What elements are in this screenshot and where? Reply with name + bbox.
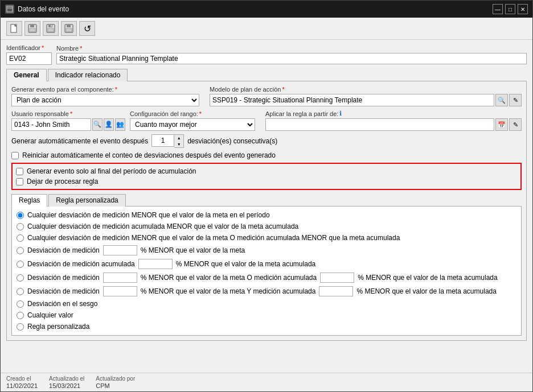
stop-process-label: Dejar de procesar regla (27, 178, 98, 185)
rule-radio-2[interactable] (17, 223, 24, 230)
rule-row-7: Desviación de medición % MENOR que el va… (17, 286, 516, 296)
responsible-user-button[interactable]: 👤 (104, 118, 114, 131)
rule-row-6: Desviación de medición % MENOR que el va… (17, 273, 516, 283)
minimize-button[interactable]: — (493, 4, 503, 14)
name-required: * (80, 45, 82, 52)
responsible-input[interactable] (11, 118, 91, 131)
app-icon (5, 5, 14, 14)
tab-related-indicator[interactable]: Indicador relacionado (48, 69, 128, 81)
svg-rect-8 (48, 28, 54, 32)
updated-field: Actualizado el 15/03/2021 (49, 376, 84, 389)
gen-period-row: Generar evento solo al final del período… (16, 167, 517, 175)
title-bar: Datos del evento — □ ✕ (1, 1, 532, 18)
rule-row-8: Desviación en el sesgo (17, 300, 516, 308)
auto-gen-row: Generar automáticamente el evento despué… (11, 134, 522, 148)
maximize-button[interactable]: □ (505, 4, 515, 14)
action-model-input[interactable] (210, 94, 494, 106)
reinit-checkbox[interactable] (11, 152, 19, 159)
svg-rect-0 (7, 6, 13, 12)
tab-general[interactable]: General (6, 69, 47, 81)
main-tabs-container: General Indicador relacionado Generar ev… (6, 68, 527, 341)
action-model-search-button[interactable]: 🔍 (495, 94, 508, 106)
title-bar-left: Datos del evento (5, 5, 69, 14)
rule-row-3: Cualquier desviación de medición MENOR q… (17, 234, 516, 242)
rule-label-7b: % MENOR que el valor de la meta Y medici… (141, 287, 316, 295)
tab-rules[interactable]: Reglas (11, 194, 47, 207)
rule-radio-9[interactable] (17, 312, 24, 319)
refresh-button[interactable]: ↺ (79, 21, 95, 36)
spin-container: ▲ ▼ (151, 134, 184, 148)
auto-gen-input[interactable] (151, 134, 174, 147)
name-input[interactable] (56, 53, 527, 64)
responsible-label: Usuario responsable * (11, 110, 125, 117)
rule-7-input2[interactable] (319, 286, 353, 296)
rule-4-input[interactable] (103, 245, 137, 255)
rule-radio-6[interactable] (17, 274, 24, 282)
updated-by-value: CPM (96, 382, 135, 389)
responsible-search-button[interactable]: 🔍 (92, 118, 102, 131)
apply-rule-info-icon[interactable]: ℹ (339, 110, 342, 117)
component-model-row: Generar evento para el componente: * Pla… (11, 86, 522, 106)
range-required: * (199, 110, 202, 117)
id-required: * (42, 44, 44, 51)
rule-label-8: Desviación en el sesgo (27, 300, 97, 308)
action-model-required: * (282, 86, 284, 93)
rule-label-4a: Desviación de medición (27, 246, 100, 254)
responsible-required: * (70, 110, 72, 117)
component-field-group: Generar evento para el componente: * Pla… (11, 86, 205, 106)
close-button[interactable]: ✕ (518, 4, 528, 14)
rule-label-5b: % MENOR que el valor de la meta acumulad… (176, 260, 315, 268)
svg-rect-9 (51, 25, 52, 27)
component-label: Generar evento para el componente: * (11, 86, 205, 93)
rule-radio-7[interactable] (17, 288, 24, 295)
tab-custom-rule[interactable]: Regla personalizada (48, 194, 125, 207)
action-model-edit-button[interactable]: ✎ (509, 94, 522, 106)
spin-down-button[interactable]: ▼ (174, 141, 183, 147)
action-model-input-group: 🔍 ✎ (210, 94, 522, 106)
rule-radio-8[interactable] (17, 300, 24, 308)
id-input[interactable] (6, 52, 52, 65)
range-config-field-group: Configuración del rango: * Cuanto mayor … (130, 110, 261, 131)
apply-rule-label: Aplicar la regla a partir de: ℹ (265, 110, 522, 117)
rule-6-input1[interactable] (103, 273, 137, 283)
svg-rect-5 (30, 28, 35, 32)
rule-radio-1[interactable] (17, 212, 24, 219)
toolbar: ↺ (1, 18, 532, 40)
apply-rule-input[interactable] (265, 118, 494, 131)
rule-row-9: Cualquier valor (17, 311, 516, 319)
rule-label-1: Cualquier desviación de medición MENOR q… (27, 211, 270, 219)
updated-value: 15/03/2021 (49, 382, 84, 389)
rule-7-input1[interactable] (103, 286, 137, 296)
rule-5-input[interactable] (138, 259, 173, 269)
component-select[interactable]: Plan de acción Indicador Proyecto (11, 94, 199, 106)
rule-radio-10[interactable] (17, 323, 24, 331)
rule-radio-5[interactable] (17, 261, 24, 268)
highlighted-options-box: Generar evento solo al final del período… (11, 163, 522, 190)
save3-button[interactable] (61, 21, 77, 36)
rule-radio-3[interactable] (17, 234, 24, 242)
action-model-label: Modelo de plan de acción * (210, 86, 522, 93)
responsible-field-group: Usuario responsable * 🔍 👤 👥 (11, 110, 125, 131)
svg-rect-4 (30, 24, 34, 27)
rule-6-input2[interactable] (320, 273, 354, 283)
apply-rule-calendar-button[interactable]: 📅 (495, 118, 508, 131)
rule-label-7c: % MENOR que el valor de la meta acumulad… (356, 287, 496, 295)
save-button[interactable] (24, 21, 40, 36)
rule-label-6c: % MENOR que el valor de la meta acumulad… (358, 274, 497, 282)
created-field: Creado el 11/02/2021 (6, 376, 38, 389)
status-bar: Creado el 11/02/2021 Actualizado el 15/0… (1, 373, 532, 391)
apply-rule-edit-button[interactable]: ✎ (509, 118, 522, 131)
range-config-select[interactable]: Cuanto mayor mejor Cuanto menor mejor Ra… (130, 118, 255, 131)
content-area: Identificador * Nombre * General Indicad… (1, 40, 532, 373)
responsible-add-button[interactable]: 👥 (115, 118, 125, 131)
rule-radio-4[interactable] (17, 247, 24, 254)
gen-period-checkbox[interactable] (16, 168, 23, 175)
created-label: Creado el (6, 376, 38, 382)
responsible-input-group: 🔍 👤 👥 (11, 118, 125, 131)
new-button[interactable] (6, 21, 22, 36)
apply-rule-field-group: Aplicar la regla a partir de: ℹ 📅 ✎ (265, 110, 522, 131)
spin-up-button[interactable]: ▲ (174, 135, 183, 141)
responsible-range-row: Usuario responsable * 🔍 👤 👥 Configurac (11, 110, 522, 131)
stop-process-checkbox[interactable] (16, 178, 23, 185)
save2-button[interactable] (43, 21, 59, 36)
